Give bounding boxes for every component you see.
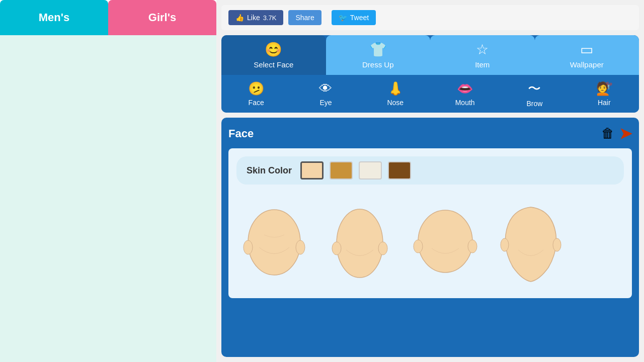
face-silhouette-icon: 🫤 xyxy=(248,81,264,97)
content-actions: 🗑 ➤ xyxy=(601,125,632,142)
tab-item[interactable]: ☆ Item xyxy=(430,35,535,75)
sub-nav: 🫤 Face 👁 Eye 👃 Nose 👄 Mouth 〜 Brow 💇 Hai… xyxy=(221,75,639,113)
subnav-mouth-label: Mouth xyxy=(455,99,475,107)
thumbs-up-icon: 👍 xyxy=(235,14,244,22)
skin-color-label: Skin Color xyxy=(247,165,292,176)
content-header: Face 🗑 ➤ xyxy=(228,125,632,142)
subnav-nose[interactable]: 👃 Nose xyxy=(361,75,430,113)
tab-mens[interactable]: Men's xyxy=(0,0,108,35)
subnav-eye[interactable]: 👁 Eye xyxy=(291,75,360,113)
nav-tabs: 😊 Select Face 👕 Dress Up ☆ Item ▭ Wallpa… xyxy=(221,35,639,75)
content-area: Face 🗑 ➤ Skin Color xyxy=(221,118,639,357)
skin-color-tan[interactable] xyxy=(330,161,353,179)
tab-item-label: Item xyxy=(475,60,490,69)
tab-dress-up[interactable]: 👕 Dress Up xyxy=(326,35,431,75)
social-bar: 👍 Like 3.7K Share 🐦 Tweet xyxy=(221,5,639,30)
skin-color-light-peach[interactable] xyxy=(300,161,324,179)
share-button[interactable]: Share xyxy=(288,10,321,25)
trash-icon: 🗑 xyxy=(601,126,614,141)
eye-icon: 👁 xyxy=(319,81,332,97)
main-panel: 👍 Like 3.7K Share 🐦 Tweet 😊 Select Face … xyxy=(216,0,644,362)
nose-icon: 👃 xyxy=(387,81,404,97)
svg-point-3 xyxy=(337,209,383,278)
smiley-icon: 😊 xyxy=(265,41,282,58)
svg-point-0 xyxy=(248,210,300,275)
like-button[interactable]: 👍 Like 3.7K xyxy=(228,10,283,25)
arrow-right-icon: ➤ xyxy=(619,125,632,142)
content-title: Face xyxy=(228,127,254,140)
face-option-4[interactable] xyxy=(493,200,569,285)
svg-point-6 xyxy=(418,210,472,273)
subnav-eye-label: Eye xyxy=(319,99,332,107)
tab-dress-up-label: Dress Up xyxy=(362,60,394,69)
like-count: 3.7K xyxy=(263,14,277,22)
tab-girls[interactable]: Girl's xyxy=(108,0,216,35)
svg-point-4 xyxy=(332,242,341,255)
skin-color-row: Skin Color xyxy=(236,156,624,185)
svg-point-2 xyxy=(296,240,305,254)
tab-select-face[interactable]: 😊 Select Face xyxy=(221,35,326,75)
shirt-icon: 👕 xyxy=(369,41,387,58)
mouth-icon: 👄 xyxy=(457,81,473,97)
skin-color-pale[interactable] xyxy=(359,161,382,179)
trash-button[interactable]: 🗑 xyxy=(601,126,614,141)
face-option-1[interactable] xyxy=(236,200,312,285)
subnav-face[interactable]: 🫤 Face xyxy=(221,75,291,113)
svg-point-1 xyxy=(244,240,253,254)
tweet-label: Tweet xyxy=(350,14,369,22)
svg-point-10 xyxy=(553,238,561,251)
face-option-2[interactable] xyxy=(322,200,397,285)
brow-icon: 〜 xyxy=(528,80,541,98)
like-label: Like xyxy=(247,14,260,22)
twitter-icon: 🐦 xyxy=(339,14,347,22)
star-icon: ☆ xyxy=(476,41,489,58)
svg-point-5 xyxy=(378,242,387,255)
tweet-button[interactable]: 🐦 Tweet xyxy=(332,10,376,25)
subnav-nose-label: Nose xyxy=(387,99,404,107)
subnav-hair[interactable]: 💇 Hair xyxy=(570,75,639,113)
svg-point-7 xyxy=(414,240,423,253)
sidebar: Men's Girl's xyxy=(0,0,216,362)
subnav-mouth[interactable]: 👄 Mouth xyxy=(430,75,500,113)
sidebar-canvas xyxy=(0,35,216,362)
skin-color-dark-brown[interactable] xyxy=(388,161,411,179)
tab-wallpaper[interactable]: ▭ Wallpaper xyxy=(535,35,639,75)
svg-point-8 xyxy=(468,240,477,253)
tab-select-face-label: Select Face xyxy=(254,60,293,69)
wallpaper-icon: ▭ xyxy=(580,41,593,58)
face-option-3[interactable] xyxy=(408,200,483,285)
inner-content: Skin Color xyxy=(228,148,632,298)
svg-point-9 xyxy=(501,238,509,251)
next-arrow-button[interactable]: ➤ xyxy=(619,125,632,142)
tab-wallpaper-label: Wallpaper xyxy=(570,60,604,69)
sidebar-tabs: Men's Girl's xyxy=(0,0,216,35)
subnav-face-label: Face xyxy=(249,99,264,107)
hair-icon: 💇 xyxy=(596,81,612,97)
face-grid xyxy=(236,195,624,290)
subnav-brow-label: Brow xyxy=(527,100,543,108)
subnav-hair-label: Hair xyxy=(598,99,611,107)
subnav-brow[interactable]: 〜 Brow xyxy=(500,75,569,113)
